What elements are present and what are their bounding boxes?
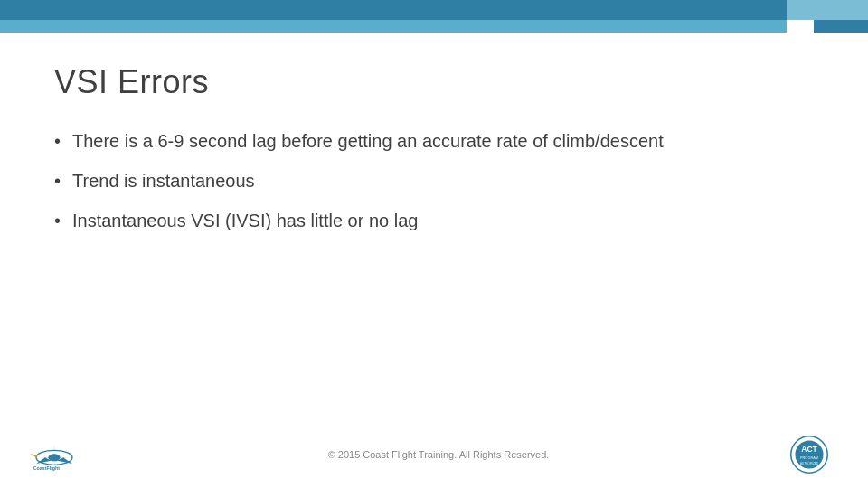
bullet-item-1: There is a 6-9 second lag before getting…	[54, 128, 814, 154]
act-logo: ACT PROGRAM AUTHORIZED	[778, 432, 841, 477]
act-logo-svg: ACT PROGRAM AUTHORIZED	[778, 432, 841, 477]
svg-text:PROGRAM: PROGRAM	[800, 455, 818, 459]
header-bar-bottom	[0, 20, 787, 33]
accent-box-bottom	[814, 20, 868, 33]
slide-title: VSI Errors	[54, 63, 814, 101]
bullet-list: There is a 6-9 second lag before getting…	[54, 128, 814, 233]
svg-text:CoastFlight: CoastFlight	[33, 465, 61, 470]
svg-text:AUTHORIZED: AUTHORIZED	[800, 461, 819, 465]
bullet-item-3: Instantaneous VSI (IVSI) has little or n…	[54, 208, 814, 233]
coast-flight-logo-svg: CoastFlight	[27, 432, 99, 477]
svg-text:ACT: ACT	[801, 444, 817, 453]
footer: CoastFlight © 2015 Coast Flight Training…	[0, 420, 868, 488]
accent-box-top	[787, 0, 868, 20]
header-bar-top	[0, 0, 787, 20]
content-area: VSI Errors There is a 6-9 second lag bef…	[54, 63, 814, 416]
footer-copyright: © 2015 Coast Flight Training. All Rights…	[99, 449, 778, 460]
slide-container: VSI Errors There is a 6-9 second lag bef…	[0, 0, 868, 488]
coast-flight-logo: CoastFlight	[27, 432, 99, 477]
bullet-item-2: Trend is instantaneous	[54, 168, 814, 193]
